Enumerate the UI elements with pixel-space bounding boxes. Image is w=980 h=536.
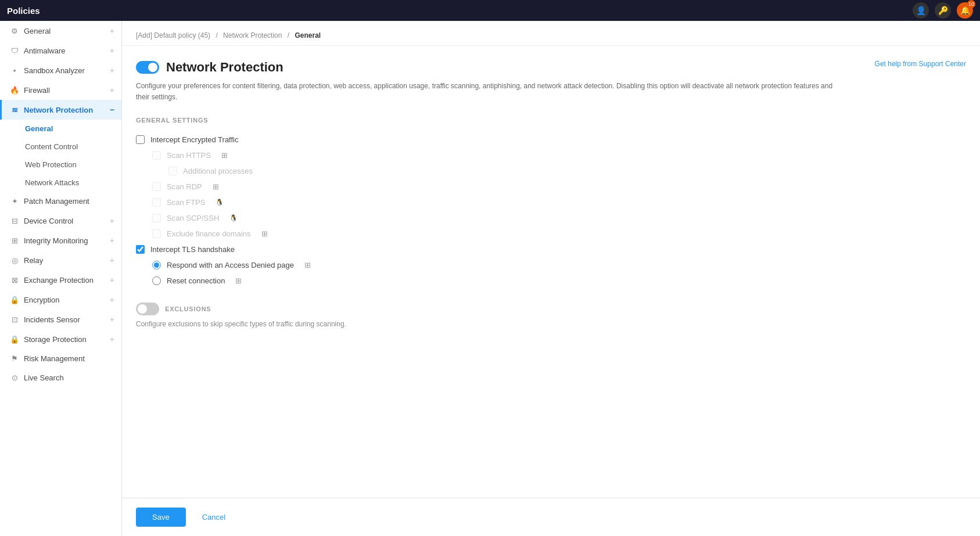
sidebar-label-relay: Relay xyxy=(24,256,43,265)
scan-https-label: Scan HTTPS xyxy=(167,151,211,160)
intercept-tls-label[interactable]: Intercept TLS handshake xyxy=(150,245,235,254)
sidebar-item-firewall[interactable]: 🔥 Firewall + xyxy=(0,80,121,100)
respond-access-denied-label[interactable]: Respond with an Access Denied page xyxy=(167,261,294,269)
sidebar-label-antimalware: Antimalware xyxy=(24,46,66,55)
sidebar-label-incidents-sensor: Incidents Sensor xyxy=(24,315,80,324)
sidebar-item-live-search[interactable]: ⊙ Live Search xyxy=(0,368,121,387)
sidebar-label-firewall: Firewall xyxy=(24,86,50,95)
sidebar-item-antimalware[interactable]: 🛡 Antimalware + xyxy=(0,41,121,60)
setting-additional-processes: Additional processes xyxy=(168,163,966,179)
sidebar-label-storage-protection: Storage Protection xyxy=(24,335,87,344)
sidebar-subitem-web-protection[interactable]: Web Protection xyxy=(0,156,121,174)
scan-scp-ssh-checkbox[interactable] xyxy=(152,214,161,222)
sidebar-item-integrity-monitoring[interactable]: ⊞ Integrity Monitoring + xyxy=(0,231,121,250)
relay-icon: ◎ xyxy=(10,256,19,265)
scan-scp-ssh-label: Scan SCP/SSH xyxy=(167,214,219,222)
sidebar-label-general: General xyxy=(24,27,51,35)
support-link[interactable]: Get help from Support Center xyxy=(875,60,966,68)
additional-processes-checkbox[interactable] xyxy=(168,167,177,175)
gear-icon: ⚙ xyxy=(10,27,19,35)
sidebar: ⚙ General + 🛡 Antimalware + ▪ Sandbox An… xyxy=(0,21,122,536)
scan-rdp-checkbox[interactable] xyxy=(152,182,161,191)
sidebar-label-patch-management: Patch Management xyxy=(24,197,89,206)
exclusions-label: EXCLUSIONS xyxy=(165,305,211,312)
intercept-tls-checkbox[interactable] xyxy=(136,245,145,254)
content-area: Network Protection Get help from Support… xyxy=(122,46,980,498)
setting-scan-https: Scan HTTPS ⊞ xyxy=(152,148,966,163)
sidebar-item-network-protection[interactable]: ≋ Network Protection − xyxy=(0,100,121,120)
sidebar-item-sandbox[interactable]: ▪ Sandbox Analyzer + xyxy=(0,60,121,80)
page-description: Configure your preferences for content f… xyxy=(136,81,833,103)
topbar: Policies 👤 🔑 🔔 10 xyxy=(0,0,980,21)
sidebar-label-sandbox: Sandbox Analyzer xyxy=(24,66,85,75)
livesearch-icon: ⊙ xyxy=(10,373,19,382)
sidebar-item-relay[interactable]: ◎ Relay + xyxy=(0,250,121,270)
scan-ftps-label: Scan FTPS xyxy=(167,198,205,207)
intercept-encrypted-checkbox[interactable] xyxy=(136,135,145,144)
sidebar-subitem-general[interactable]: General xyxy=(0,120,121,138)
firewall-icon: 🔥 xyxy=(10,86,19,95)
reset-connection-label[interactable]: Reset connection xyxy=(167,276,225,285)
sidebar-item-device-control[interactable]: ⊟ Device Control + xyxy=(0,211,121,231)
person-icon[interactable]: 👤 xyxy=(913,2,929,19)
network-protection-toggle[interactable] xyxy=(136,61,159,74)
app-title: Policies xyxy=(7,6,40,16)
page-title: Network Protection xyxy=(166,60,283,75)
sidebar-item-incidents-sensor[interactable]: ⊡ Incidents Sensor + xyxy=(0,310,121,329)
sidebar-item-storage-protection[interactable]: 🔒 Storage Protection + xyxy=(0,329,121,349)
win-icon-rdp: ⊞ xyxy=(213,182,219,191)
exclusions-toggle[interactable] xyxy=(136,303,159,315)
network-icon: ≋ xyxy=(10,106,19,114)
bell-icon[interactable]: 🔔 10 xyxy=(957,2,973,19)
plus-icon-encryption: + xyxy=(110,295,114,304)
sidebar-label-live-search: Live Search xyxy=(24,373,64,382)
sidebar-item-patch-management[interactable]: ✦ Patch Management xyxy=(0,192,121,211)
plus-icon-storage: + xyxy=(110,334,114,344)
sidebar-subitem-network-attacks[interactable]: Network Attacks xyxy=(0,174,121,192)
breadcrumb-part2[interactable]: Network Protection xyxy=(223,31,282,39)
sidebar-item-general[interactable]: ⚙ General + xyxy=(0,21,121,41)
subitem-label-network-attacks: Network Attacks xyxy=(25,178,79,187)
integrity-icon: ⊞ xyxy=(10,236,19,245)
additional-processes-label: Additional processes xyxy=(183,167,253,175)
reset-connection-radio[interactable] xyxy=(152,276,161,285)
sidebar-item-exchange-protection[interactable]: ⊠ Exchange Protection + xyxy=(0,270,121,290)
breadcrumb-part1[interactable]: [Add] Default policy (45) xyxy=(136,31,210,39)
scan-rdp-label: Scan RDP xyxy=(167,182,202,191)
main-layout: ⚙ General + 🛡 Antimalware + ▪ Sandbox An… xyxy=(0,21,980,536)
sidebar-label-encryption: Encryption xyxy=(24,296,59,304)
respond-access-denied-radio[interactable] xyxy=(152,261,161,269)
setting-intercept-tls: Intercept TLS handshake xyxy=(136,242,966,257)
exclusions-section: EXCLUSIONS Configure exclusions to skip … xyxy=(136,303,966,328)
subitem-label-general: General xyxy=(25,124,53,133)
sidebar-item-risk-management[interactable]: ⚑ Risk Management xyxy=(0,349,121,368)
subitem-label-content-control: Content Control xyxy=(25,142,78,151)
setting-scan-ftps: Scan FTPS 🐧 xyxy=(152,195,966,210)
sidebar-item-encryption[interactable]: 🔒 Encryption + xyxy=(0,290,121,310)
win-icon: ⊞ xyxy=(221,151,228,160)
save-button[interactable]: Save xyxy=(136,508,186,527)
sidebar-subitem-content-control[interactable]: Content Control xyxy=(0,138,121,156)
setting-reset-connection: Reset connection ⊞ xyxy=(152,273,966,289)
intercept-encrypted-label[interactable]: Intercept Encrypted Traffic xyxy=(150,135,239,144)
page-header: Network Protection Get help from Support… xyxy=(136,60,966,75)
key-icon[interactable]: 🔑 xyxy=(935,2,951,19)
scan-ftps-checkbox[interactable] xyxy=(152,198,161,207)
scan-https-checkbox[interactable] xyxy=(152,151,161,160)
setting-scan-rdp: Scan RDP ⊞ xyxy=(152,179,966,195)
notification-badge: 10 xyxy=(967,0,975,8)
encryption-icon: 🔒 xyxy=(10,296,19,304)
breadcrumb-current: General xyxy=(295,31,321,39)
exclude-finance-checkbox[interactable] xyxy=(152,229,161,238)
exchange-icon: ⊠ xyxy=(10,276,19,285)
plus-icon-network-protection: − xyxy=(110,105,114,114)
incidents-icon: ⊡ xyxy=(10,315,19,324)
plus-icon-device-control: + xyxy=(110,216,114,225)
exclude-finance-label: Exclude finance domains xyxy=(167,229,251,238)
plus-icon-general: + xyxy=(110,26,114,35)
plus-icon-sandbox: + xyxy=(110,66,114,75)
patch-icon: ✦ xyxy=(10,197,19,206)
win-icon-reset: ⊞ xyxy=(235,276,242,285)
setting-exclude-finance: Exclude finance domains ⊞ xyxy=(152,226,966,242)
cancel-button[interactable]: Cancel xyxy=(193,508,235,527)
